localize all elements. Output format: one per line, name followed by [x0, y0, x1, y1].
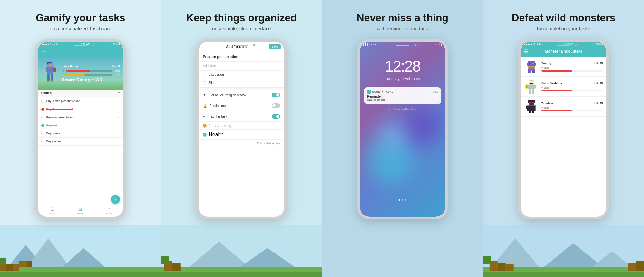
monster-item-2[interactable]: Disco Skeleton Lvl. 25 ♥ 25/50	[521, 77, 606, 97]
task-item-checked[interactable]: ✓ Pay unifi	[38, 121, 123, 129]
monsters-title: Monster Encounters	[545, 49, 582, 53]
tab-done[interactable]: ✓ Done	[95, 207, 123, 215]
task-item-presentation[interactable]: Prepare presentation ∨	[38, 113, 123, 121]
panel-4-title: Defeat wild monsters	[512, 12, 615, 24]
s4-hamburger-icon[interactable]: ☰	[524, 49, 528, 54]
timeless-hp-bar	[541, 110, 603, 111]
panel-3-subtitle: with reminders and tags	[377, 26, 428, 31]
monster-list: Beardy Lvl. 25 ♥ 25/50	[521, 57, 606, 117]
save-button[interactable]: Save	[269, 44, 281, 49]
notif-header: BOUNTY TASKER now	[367, 90, 438, 94]
tab-dailies[interactable]: ▦ Dailies	[66, 207, 95, 215]
monster-item-1[interactable]: Beardy Lvl. 25 ♥ 25/50	[521, 57, 606, 77]
task-item[interactable]: Buy X'mas present for Jon	[38, 97, 123, 105]
no-older-text: No Older Notifications	[388, 108, 417, 111]
remind-toggle-row: 🔔 Remind me	[199, 100, 284, 111]
svg-rect-52	[530, 82, 530, 82]
notif-body: Charge phone	[367, 98, 438, 101]
svg-rect-13	[54, 68, 55, 71]
status-time: 9:41 AM	[81, 43, 90, 46]
svg-rect-48	[532, 71, 534, 73]
phone-frame-3: ▌▌▌ Digi ▾ 73% ▮ 12:28 Tuesday, 6 Februa…	[357, 39, 448, 219]
add-item-placeholder[interactable]: Add Item	[199, 62, 284, 71]
tag-input[interactable]: Enter a new tag	[209, 124, 231, 128]
svg-rect-54	[530, 83, 533, 84]
tag-toggle-row: 🏷 Tag this task	[199, 111, 284, 122]
svg-rect-7	[51, 73, 53, 80]
tab-dailies-label: Dailies	[77, 212, 84, 215]
disco-hp-bar	[541, 90, 603, 91]
recurring-label: Set as recurring daily task	[209, 93, 270, 97]
edit-tags-link[interactable]: Edit or delete tags	[199, 140, 284, 147]
svg-rect-61	[525, 87, 528, 88]
status-bar-1: ●●●●● Sketch ▾ 9:41 AM 100% ▮	[38, 42, 123, 47]
monster-item-3[interactable]: Timeless Lvl. 25 ♥ 25/50	[521, 97, 606, 117]
task-item-clothes[interactable]: Buy clothes	[38, 138, 123, 146]
bg-landscape-4	[483, 225, 644, 277]
svg-rect-83	[636, 261, 644, 271]
done-tab-icon: ✓	[107, 207, 111, 212]
panel-1-subtitle: on a personalized Taskboard	[50, 26, 112, 31]
panel-3-title: Never miss a thing	[356, 12, 448, 24]
disco-heart: ♥	[541, 86, 543, 89]
section-divider-1	[199, 87, 284, 90]
toggle-knob-2	[272, 104, 276, 107]
phone-screen-1: ●●●●● Sketch ▾ 9:41 AM 100% ▮ ☰	[38, 42, 123, 217]
timeless-info: Timeless Lvl. 25 ♥ 25/50	[541, 102, 603, 111]
timeless-hp-text: 25/50	[544, 107, 550, 109]
hamburger-icon[interactable]: ☰	[41, 49, 45, 54]
disco-hp-text: 25/50	[544, 87, 550, 89]
checklist-item-1[interactable]: Discussion	[199, 71, 284, 79]
task-title-display: Prepare presentation	[199, 52, 284, 62]
power-rating: Power Rating : 18.7	[62, 77, 120, 82]
xp-label: 20/50	[113, 74, 120, 76]
todos-tab-icon: ☰	[50, 207, 54, 212]
dot-3	[405, 199, 406, 201]
svg-rect-22	[0, 264, 6, 271]
filter-icon[interactable]: ≡	[118, 91, 120, 95]
task-circle-1	[41, 100, 44, 103]
svg-rect-23	[6, 264, 13, 271]
disco-name: Disco Skeleton	[541, 82, 562, 85]
svg-rect-25	[0, 258, 6, 264]
task-item-shoes[interactable]: Buy shoes	[38, 129, 123, 138]
health-tag-row[interactable]: ✓ Health	[199, 130, 284, 140]
svg-rect-63	[528, 100, 535, 103]
task-item-overdue[interactable]: ● Pay the electricity bill	[38, 105, 123, 113]
svg-rect-82	[628, 263, 636, 271]
tag-toggle[interactable]	[272, 114, 280, 119]
recurring-toggle[interactable]	[272, 93, 280, 97]
beardy-sprite	[524, 59, 539, 74]
checklist-item-2[interactable]: Slides	[199, 79, 284, 87]
svg-rect-2	[52, 63, 53, 65]
phone-screen-2: ‹ Add To-Do's Save Prepare presentation …	[199, 42, 284, 217]
add-task-fab[interactable]: +	[111, 195, 120, 204]
dot-2	[402, 199, 403, 201]
task-circle-2: ●	[41, 108, 44, 111]
status-right: 100% ▮	[111, 43, 120, 46]
tag-check-icon: ✓	[203, 133, 207, 137]
tab-todos[interactable]: ☰ To-Do's	[38, 207, 66, 215]
tag-input-row: Enter a new tag	[199, 122, 284, 130]
beardy-hp-bar	[541, 70, 603, 72]
svg-rect-41	[529, 63, 530, 64]
timeless-name: Timeless	[541, 102, 553, 105]
svg-rect-24	[13, 264, 19, 271]
svg-rect-37	[527, 63, 529, 66]
disco-level: Lvl. 25	[594, 82, 603, 85]
back-button[interactable]: ‹	[202, 44, 204, 49]
svg-rect-14	[48, 62, 52, 63]
tag-icon: 🏷	[203, 115, 207, 118]
svg-rect-67	[526, 106, 529, 109]
svg-rect-6	[47, 73, 50, 80]
svg-rect-47	[529, 71, 531, 73]
task-text-1: Buy X'mas present for Jon	[46, 100, 80, 103]
phone-frame-1: ●●●●● Sketch ▾ 9:41 AM 100% ▮ ☰	[35, 39, 126, 219]
xp-bar-row: XP 20/50	[62, 73, 120, 76]
tab-done-label: Done	[106, 212, 112, 215]
checklist-text-2: Slides	[208, 81, 217, 85]
timeless-level: Lvl. 25	[594, 102, 603, 105]
blur-circle-3	[379, 122, 405, 148]
s4-status-left: ●●●●● Sketch ▾	[524, 43, 542, 46]
remind-toggle[interactable]	[272, 103, 280, 108]
